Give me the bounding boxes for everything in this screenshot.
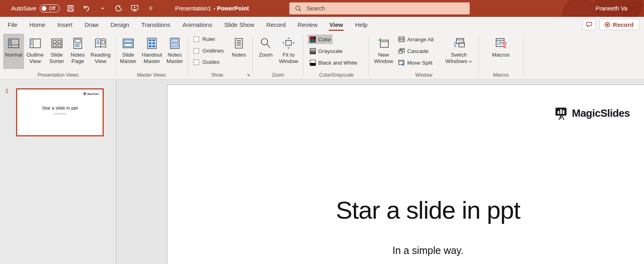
thumbnail-logo-text: MagicSlides [87, 93, 99, 95]
group-master-views: Slide Master Handout Master [117, 32, 186, 79]
redo-icon [114, 4, 123, 12]
notes-master-button[interactable]: Notes Master [164, 34, 185, 69]
notes-master-label: Notes Master [164, 52, 185, 64]
slide-master-icon [122, 36, 134, 51]
notes-page-button[interactable]: Notes Page [68, 34, 88, 69]
save-button[interactable] [65, 3, 76, 14]
handout-master-label: Handout Master [139, 52, 164, 64]
undo-button[interactable] [81, 3, 92, 14]
cascade-button[interactable]: Cascade [396, 46, 430, 56]
zoom-button[interactable]: Zoom [256, 34, 276, 69]
fit-to-window-button[interactable]: Fit to Window [277, 34, 300, 69]
record-label: Record [613, 21, 634, 28]
tab-view[interactable]: View [323, 17, 349, 32]
color-button[interactable]: Color [308, 35, 333, 44]
show-dialog-launcher[interactable] [245, 72, 251, 78]
switch-windows-button[interactable]: Switch Windows [443, 34, 475, 69]
group-divider [523, 35, 523, 76]
tab-animations[interactable]: Animations [176, 17, 218, 32]
slide-sorter-button[interactable]: Slide Sorter [46, 34, 67, 69]
undo-dropdown[interactable] [97, 3, 108, 14]
group-macros: Macros Macros [480, 32, 522, 79]
group-divider [115, 35, 116, 76]
tab-file[interactable]: File [2, 17, 23, 32]
macros-label: Macros [492, 52, 510, 58]
reading-view-button[interactable]: Reading View [89, 34, 112, 69]
tab-draw[interactable]: Draw [79, 17, 105, 32]
notes-button[interactable]: Notes [228, 34, 249, 69]
slide-subtitle[interactable]: In a simple way. [348, 245, 508, 256]
group-divider [188, 35, 188, 76]
app-name: - PowerPoint [213, 5, 249, 12]
tab-design[interactable]: Design [105, 17, 135, 32]
fit-to-window-icon [282, 36, 295, 51]
tab-transitions[interactable]: Transitions [135, 17, 176, 32]
tab-home[interactable]: Home [23, 17, 51, 32]
chevron-down-icon [468, 61, 472, 63]
normal-view-label: Normal [5, 52, 22, 58]
tab-slide-show[interactable]: Slide Show [218, 17, 260, 32]
guides-label: Guides [202, 59, 220, 65]
gridlines-checkbox[interactable]: Gridlines [194, 48, 224, 54]
outline-view-button[interactable]: Outline View [24, 34, 46, 69]
normal-view-icon [8, 36, 20, 51]
slide-thumbnail[interactable]: MagicSlides Star a slide in ppt in a sim… [16, 88, 104, 136]
slide-thumbnail-panel[interactable]: 1 MagicSlides Star a slide in ppt in a s… [0, 79, 116, 264]
arrange-all-label: Arrange All [407, 37, 434, 43]
normal-view-button[interactable]: Normal [3, 34, 24, 69]
start-from-beginning-button[interactable] [129, 3, 140, 14]
group-label-presentation-views: Presentation Views [2, 72, 114, 78]
thumbnail-logo: MagicSlides [83, 92, 99, 95]
new-window-icon [377, 36, 390, 51]
more-commands-icon [148, 6, 153, 10]
macros-button[interactable]: Macros [490, 34, 512, 69]
switch-windows-icon [452, 36, 465, 51]
move-split-icon [398, 59, 405, 66]
grayscale-button[interactable]: Grayscale [308, 46, 344, 56]
autosave-toggle[interactable]: Off [40, 4, 60, 12]
slide-sorter-label: Slide Sorter [46, 52, 67, 64]
autosave-control[interactable]: AutoSave Off [11, 4, 60, 12]
group-presentation-views: Normal Outline View [2, 32, 114, 79]
arrange-all-icon [398, 36, 405, 43]
tab-insert[interactable]: Insert [51, 17, 79, 32]
checkbox-icon [194, 59, 199, 65]
group-divider [303, 35, 303, 76]
tab-record[interactable]: Record [260, 17, 291, 32]
checkbox-icon [194, 37, 199, 42]
comments-button[interactable] [582, 19, 596, 30]
slide-title[interactable]: Star a slide in ppt [268, 196, 588, 224]
slide-canvas[interactable]: MagicSlides Star a slide in ppt In a sim… [167, 85, 644, 264]
black-and-white-button[interactable]: Black and White [308, 58, 359, 67]
tab-review[interactable]: Review [292, 17, 323, 32]
slide-master-button[interactable]: Slide Master [118, 34, 139, 69]
search-placeholder: Search [307, 5, 325, 12]
handout-master-button[interactable]: Handout Master [139, 34, 164, 69]
arrange-all-button[interactable]: Arrange All [396, 35, 435, 44]
ruler-checkbox[interactable]: Ruler [194, 36, 215, 42]
quick-access-toolbar: AutoSave Off [0, 3, 156, 14]
slide-master-label: Slide Master [118, 52, 139, 64]
group-label-macros: Macros [480, 72, 522, 78]
move-split-button[interactable]: Move Split [396, 58, 434, 67]
toggle-knob-icon [42, 6, 46, 11]
user-account[interactable]: Praneeth Va [596, 0, 644, 17]
new-window-button[interactable]: New Window [372, 34, 395, 69]
redo-button[interactable] [113, 3, 124, 14]
move-split-label: Move Split [407, 60, 432, 66]
color-icon [309, 36, 316, 43]
guides-checkbox[interactable]: Guides [194, 59, 220, 65]
notes-master-icon [170, 36, 180, 51]
tab-help[interactable]: Help [349, 17, 373, 32]
tab-row-actions: Record [582, 19, 639, 30]
search-box[interactable]: Search [289, 2, 470, 14]
group-show: Ruler Gridlines Guides Notes Show [189, 32, 252, 79]
customize-quick-access-button[interactable] [145, 3, 156, 14]
notes-page-label: Notes Page [68, 52, 88, 64]
comment-icon [585, 21, 593, 28]
autosave-state: Off [49, 6, 55, 11]
record-button[interactable]: Record [599, 19, 639, 30]
group-divider [369, 35, 369, 76]
outline-view-label: Outline View [24, 52, 46, 64]
fit-to-window-label: Fit to Window [277, 52, 300, 64]
